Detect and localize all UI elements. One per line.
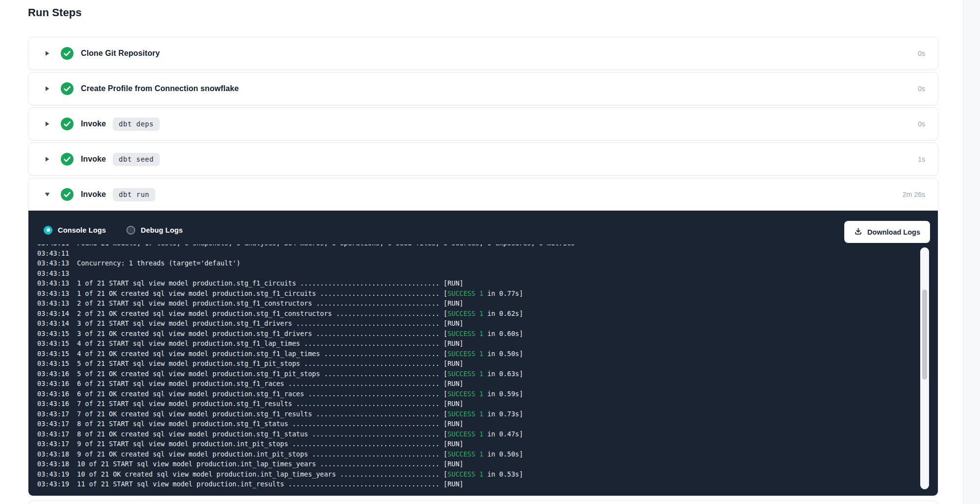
log-message: 6 of 21 START sql view model production.…	[77, 380, 440, 387]
success-check-icon	[61, 82, 74, 95]
log-timestamp: 03:43:13	[37, 299, 69, 307]
log-line: 03:43:1810 of 21 START sql view model pr…	[37, 459, 938, 469]
chevron-right-icon[interactable]	[44, 156, 50, 162]
log-status-success: SUCCESS 1	[447, 370, 483, 378]
log-message: 10 of 21 OK created sql view model produ…	[77, 470, 440, 478]
run-step-row[interactable]: Invokedbt deps0s	[28, 108, 938, 140]
run-step-card: Invokedbt run2m 26sConsole LogsDebug Log…	[28, 178, 938, 496]
run-step-command-badge: dbt seed	[113, 153, 159, 166]
log-line: 03:43:154 of 21 START sql view model pro…	[37, 338, 938, 349]
debug-logs-radio[interactable]: Debug Logs	[126, 226, 183, 235]
log-status-detail: in 0.59s]	[483, 390, 523, 398]
log-status: [RUN]	[440, 480, 464, 488]
log-line: 03:43:177 of 21 OK created sql view mode…	[37, 409, 938, 419]
log-timestamp: 03:43:15	[37, 360, 69, 367]
log-status-success: SUCCESS 1	[447, 330, 483, 337]
run-step-row[interactable]: Invokedbt run2m 26s	[28, 178, 938, 211]
log-timestamp: 03:43:17	[37, 410, 69, 418]
log-timestamp: 03:43:19	[37, 480, 69, 488]
log-timestamp: 03:43:17	[37, 420, 69, 428]
log-status-detail: in 0.50s]	[483, 350, 523, 358]
log-message: 7 of 21 START sql view model production.…	[77, 400, 440, 408]
chevron-right-icon[interactable]	[44, 121, 50, 127]
radio-icon	[126, 226, 135, 235]
run-step-duration: 2m 26s	[903, 191, 925, 198]
log-scrollbar[interactable]	[920, 247, 929, 489]
log-timestamp: 03:43:15	[37, 350, 69, 358]
run-step-card: Create Profile from Connection snowflake…	[28, 72, 938, 105]
run-step-label: Invoke	[81, 155, 106, 164]
log-line: 03:43:166 of 21 START sql view model pro…	[37, 379, 938, 389]
run-step-row[interactable]: Create Profile from Connection snowflake…	[28, 72, 938, 105]
log-line: 03:43:189 of 21 OK created sql view mode…	[37, 449, 938, 459]
log-status: [RUN]	[440, 279, 464, 287]
log-line: 03:43:13Concurrency: 1 threads (target='…	[37, 258, 938, 268]
log-message: 8 of 21 OK created sql view model produc…	[77, 430, 440, 438]
log-status: [RUN]	[440, 360, 464, 367]
log-message: 9 of 21 OK created sql view model produc…	[77, 450, 440, 458]
log-message: 7 of 21 OK created sql view model produc…	[77, 410, 440, 418]
log-message: 1 of 21 OK created sql view model produc…	[77, 289, 440, 297]
log-timestamp: 03:43:11	[37, 249, 69, 257]
log-status: [RUN]	[440, 460, 464, 468]
log-status-detail: in 0.60s]	[483, 330, 523, 337]
success-check-icon	[61, 153, 74, 166]
log-status-detail: in 0.77s]	[483, 289, 523, 297]
log-message: 11 of 21 START sql view model production…	[77, 480, 440, 488]
log-status: [RUN]	[440, 380, 464, 387]
log-timestamp: 03:43:13	[37, 269, 69, 277]
log-timestamp: 03:43:17	[37, 440, 69, 448]
chevron-right-icon[interactable]	[44, 86, 50, 92]
log-message: 2 of 21 OK created sql view model produc…	[77, 310, 440, 317]
console-logs-radio[interactable]: Console Logs	[44, 226, 106, 235]
log-timestamp: 03:43:11	[37, 244, 69, 247]
log-status-detail: in 0.73s]	[483, 410, 523, 418]
log-line: 03:43:142 of 21 OK created sql view mode…	[37, 309, 938, 319]
log-status-detail: in 0.53s]	[483, 470, 523, 478]
log-line: 03:43:178 of 21 START sql view model pro…	[37, 419, 938, 429]
log-message: 5 of 21 START sql view model production.…	[77, 360, 440, 367]
download-logs-button[interactable]: Download Logs	[844, 221, 930, 243]
log-timestamp: 03:43:13	[37, 259, 69, 267]
log-message: 1 of 21 START sql view model production.…	[77, 279, 440, 287]
console-log-output[interactable]: 03:43:11Found 21 models, 17 tests, 0 sna…	[28, 244, 938, 496]
page-title: Run Steps	[28, 6, 910, 19]
log-scrollbar-thumb[interactable]	[922, 289, 927, 380]
run-step-label: Clone Git Repository	[81, 49, 160, 58]
run-step-card: Invokedbt seed1s	[28, 143, 938, 176]
log-timestamp: 03:43:16	[37, 370, 69, 378]
run-step-row[interactable]: Clone Git Repository0s	[28, 37, 938, 70]
log-line: 03:43:131 of 21 OK created sql view mode…	[37, 288, 938, 299]
log-line: 03:43:166 of 21 OK created sql view mode…	[37, 389, 938, 399]
log-status: [RUN]	[440, 299, 464, 307]
chevron-down-icon[interactable]	[44, 192, 50, 197]
run-step-command-badge: dbt deps	[113, 118, 159, 131]
log-status: [RUN]	[440, 319, 464, 327]
log-line: 03:43:11	[37, 248, 938, 259]
log-status-success: SUCCESS 1	[447, 350, 483, 358]
run-step-row[interactable]: Invokedbt seed1s	[28, 143, 938, 175]
log-status-success: SUCCESS 1	[447, 289, 483, 297]
log-timestamp: 03:43:16	[37, 400, 69, 408]
log-message: Found 21 models, 17 tests, 0 snapshots, …	[77, 244, 575, 247]
log-status-success: SUCCESS 1	[447, 430, 483, 438]
log-message: 4 of 21 START sql view model production.…	[77, 339, 440, 347]
success-check-icon	[61, 118, 74, 130]
run-steps-page: Run Steps Clone Git Repository0sCreate P…	[0, 0, 910, 504]
log-status-success: SUCCESS 1	[447, 470, 483, 478]
run-steps-list: Clone Git Repository0sCreate Profile fro…	[28, 37, 910, 496]
log-timestamp: 03:43:16	[37, 380, 69, 387]
run-step-label: Invoke	[81, 120, 106, 128]
log-status: [RUN]	[440, 400, 464, 408]
log-line: 03:43:165 of 21 OK created sql view mode…	[37, 369, 938, 379]
log-timestamp: 03:43:18	[37, 460, 69, 468]
success-check-icon	[61, 188, 74, 201]
log-line: 03:43:154 of 21 OK created sql view mode…	[37, 349, 938, 359]
log-status: [	[440, 350, 447, 358]
chevron-right-icon[interactable]	[44, 50, 50, 56]
log-line: 03:43:153 of 21 OK created sql view mode…	[37, 329, 938, 339]
log-timestamp: 03:43:14	[37, 310, 69, 317]
log-timestamp: 03:43:17	[37, 430, 69, 438]
run-step-card: Invokedbt deps0s	[28, 107, 938, 141]
log-status-success: SUCCESS 1	[447, 390, 483, 398]
